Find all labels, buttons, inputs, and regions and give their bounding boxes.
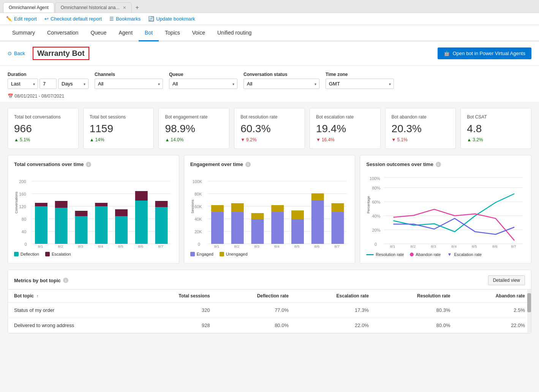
tab-omnichannel-historical[interactable]: Omnichannel historical ana... ✕ bbox=[55, 2, 132, 13]
info-icon[interactable]: i bbox=[245, 162, 251, 167]
tab-unified-routing[interactable]: Unified routing bbox=[211, 25, 258, 41]
outcomes-svg: 0 20% 40% 60% 80% 100% bbox=[366, 172, 525, 248]
tab-bot[interactable]: Bot bbox=[139, 25, 159, 41]
table-row: Delivered to wrong address 928 80.0% 22.… bbox=[8, 318, 531, 333]
scrollbar-thumb[interactable] bbox=[527, 293, 531, 312]
back-icon: ⊙ bbox=[8, 51, 12, 56]
svg-text:100%: 100% bbox=[370, 176, 380, 180]
duration-unit-wrapper: Days Hours Weeks bbox=[58, 79, 89, 89]
kpi-section: Total bot conversations 966 ▲ 5.1% Total… bbox=[0, 102, 539, 155]
tab-omnichannel-agent[interactable]: Omnichannel Agent bbox=[3, 2, 54, 13]
kpi-change: ▲ 14.0% bbox=[165, 137, 223, 142]
engagement-svg: 0 20K 40K 60K 80K 100K 8/1 8/2 bbox=[190, 172, 349, 248]
duration-unit-select[interactable]: Days Hours Weeks bbox=[58, 79, 89, 89]
kpi-value: 19.4% bbox=[316, 123, 374, 135]
col-resolution-rate[interactable]: Resolution rate bbox=[375, 289, 457, 303]
info-icon[interactable]: i bbox=[86, 162, 91, 167]
metrics-table-wrapper: Bot topic ↑ Total sessions Deflection ra… bbox=[8, 289, 531, 333]
svg-rect-16 bbox=[55, 201, 68, 208]
conversation-status-select[interactable]: All bbox=[243, 79, 319, 89]
svg-rect-57 bbox=[271, 205, 284, 212]
legend-deflection: Deflection bbox=[14, 252, 39, 256]
kpi-title: Bot abandon rate bbox=[392, 114, 450, 120]
tab-topics[interactable]: Topics bbox=[159, 25, 186, 41]
info-icon[interactable]: i bbox=[436, 162, 441, 167]
tab-close-icon[interactable]: ✕ bbox=[123, 5, 126, 10]
tab-label: Omnichannel Agent bbox=[9, 5, 49, 10]
queue-select[interactable]: All bbox=[169, 79, 237, 89]
duration-number-input[interactable] bbox=[40, 79, 57, 89]
tab-agent[interactable]: Agent bbox=[112, 25, 139, 41]
svg-text:8/1: 8/1 bbox=[390, 244, 395, 248]
metrics-table-body: Status of my order 320 77.0% 17.3% 80.3%… bbox=[8, 303, 531, 333]
svg-text:160: 160 bbox=[19, 192, 26, 196]
svg-rect-22 bbox=[95, 203, 107, 206]
legend-escalation: Escalation bbox=[45, 252, 71, 256]
svg-rect-50 bbox=[231, 212, 243, 244]
chart-title: Engagement over time i bbox=[190, 161, 349, 167]
col-deflection-rate[interactable]: Deflection rate bbox=[216, 289, 295, 303]
svg-text:40K: 40K bbox=[194, 217, 202, 221]
svg-rect-19 bbox=[75, 211, 87, 216]
open-pva-button[interactable]: 🤖 Open bot in Power Virtual Agents bbox=[438, 47, 531, 59]
svg-text:80%: 80% bbox=[372, 186, 381, 190]
timezone-select[interactable]: GMT bbox=[326, 79, 394, 89]
nav-tab-bar: Summary Conversation Queue Agent Bot Top… bbox=[0, 25, 539, 41]
up-arrow-icon: ▲ bbox=[14, 137, 19, 142]
duration-select[interactable]: Last bbox=[8, 79, 38, 89]
info-icon[interactable]: i bbox=[63, 278, 68, 283]
svg-rect-12 bbox=[35, 206, 47, 244]
svg-rect-51 bbox=[231, 203, 243, 212]
down-arrow-icon: ▼ bbox=[240, 137, 245, 142]
legend-abandon-rate: Abandon rate bbox=[410, 252, 441, 257]
svg-rect-54 bbox=[251, 213, 264, 219]
col-abandon-rate[interactable]: Abandon rate bbox=[456, 289, 531, 303]
kpi-value: 1159 bbox=[90, 123, 148, 135]
svg-rect-47 bbox=[211, 212, 224, 244]
tab-summary[interactable]: Summary bbox=[6, 25, 41, 41]
col-escalation-rate[interactable]: Escalation rate bbox=[295, 289, 375, 303]
checkout-default-button[interactable]: ↩ Checkout default report bbox=[44, 16, 102, 22]
metrics-section: Metrics by bot topic i Detailed view Bot… bbox=[8, 270, 531, 334]
browser-tab-bar: Omnichannel Agent Omnichannel historical… bbox=[0, 0, 539, 13]
svg-text:80K: 80K bbox=[194, 192, 202, 196]
scrollbar-track[interactable] bbox=[527, 289, 531, 333]
page-header: ⊙ Back Warranty Bot 🤖 Open bot in Power … bbox=[0, 41, 539, 66]
tab-label: Omnichannel historical ana... bbox=[61, 5, 120, 10]
svg-rect-53 bbox=[251, 219, 264, 244]
detailed-view-button[interactable]: Detailed view bbox=[488, 275, 525, 285]
kpi-bot-escalation-rate: Bot escalation rate 19.4% ▼ 16.4% bbox=[310, 108, 381, 149]
bookmarks-button[interactable]: ☰ Bookmarks bbox=[109, 16, 141, 22]
down-arrow-icon: ▼ bbox=[392, 137, 396, 142]
channels-select[interactable]: All bbox=[95, 79, 163, 89]
table-row: Status of my order 320 77.0% 17.3% 80.3%… bbox=[8, 303, 531, 318]
update-bookmark-button[interactable]: 🔄 Update bookmark bbox=[148, 16, 195, 22]
svg-text:60%: 60% bbox=[372, 200, 381, 204]
tab-voice[interactable]: Voice bbox=[186, 25, 211, 41]
unengaged-color bbox=[220, 252, 224, 256]
svg-text:8/7: 8/7 bbox=[158, 244, 163, 248]
svg-rect-24 bbox=[115, 216, 128, 244]
add-tab-button[interactable]: + bbox=[133, 3, 142, 13]
svg-rect-30 bbox=[155, 207, 168, 244]
svg-text:0: 0 bbox=[375, 242, 377, 246]
tab-conversation[interactable]: Conversation bbox=[41, 25, 85, 41]
queue-filter: Queue All bbox=[169, 72, 237, 89]
svg-text:8/4: 8/4 bbox=[98, 244, 103, 248]
up-arrow-icon: ▲ bbox=[165, 137, 169, 142]
col-total-sessions[interactable]: Total sessions bbox=[138, 289, 216, 303]
kpi-title: Bot resolution rate bbox=[240, 114, 299, 120]
total-sessions-value: 320 bbox=[138, 303, 216, 318]
abandon-color bbox=[410, 253, 414, 256]
back-button[interactable]: ⊙ Back bbox=[8, 51, 25, 56]
svg-rect-65 bbox=[331, 212, 344, 244]
legend-escalation-rate: ▼ Escalation rate bbox=[447, 252, 482, 257]
tab-queue[interactable]: Queue bbox=[84, 25, 112, 41]
svg-text:20%: 20% bbox=[372, 228, 381, 232]
col-bot-topic[interactable]: Bot topic ↑ bbox=[8, 289, 138, 303]
svg-text:120: 120 bbox=[19, 204, 26, 209]
duration-label: Duration bbox=[8, 72, 89, 77]
edit-report-button[interactable]: ✏️ Edit report bbox=[6, 16, 37, 22]
resolution-color bbox=[366, 254, 374, 255]
svg-rect-48 bbox=[211, 205, 224, 212]
